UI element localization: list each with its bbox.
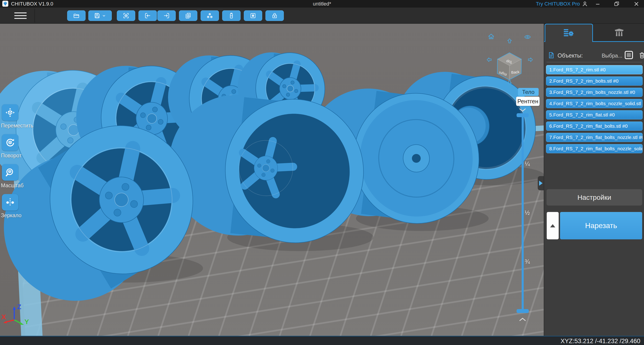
object-list-item[interactable]: 5.Ford_RS_7_2_rim_flat.stl #0 <box>546 110 642 119</box>
object-list-item[interactable]: 1.Ford_RS_7_2_rim.stl #0 <box>546 65 642 74</box>
tool-label: Переместить <box>1 123 36 129</box>
tool-button-rotate[interactable] <box>2 134 18 151</box>
toolbar-button-tank[interactable] <box>244 10 262 21</box>
view-cube[interactable]: Top Right Back <box>497 53 522 80</box>
save-icon <box>94 12 100 19</box>
toolbar-divider <box>34 9 35 23</box>
app-logo-icon <box>2 1 8 7</box>
select-all-checkbox[interactable] <box>625 51 633 59</box>
auto-layout-icon <box>206 12 213 19</box>
triangle-up-icon <box>550 224 555 227</box>
toolbar-button-resin-bottle[interactable] <box>222 10 240 21</box>
redo-icon <box>163 12 170 19</box>
minimize-button[interactable] <box>594 1 602 7</box>
restore-button[interactable] <box>613 1 620 7</box>
tab-print-settings[interactable] <box>545 24 593 42</box>
object-list-item[interactable]: 7.Ford_RS_7_2_rim_flat_bolts_nozzle.stl … <box>546 133 642 142</box>
menu-hamburger-icon[interactable] <box>14 11 27 20</box>
delete-trash-icon[interactable] <box>638 51 644 59</box>
object-list: 1.Ford_RS_7_2_rim.stl #02.Ford_RS_7_2_ri… <box>546 65 642 155</box>
toolbar-button-capture[interactable] <box>117 10 135 21</box>
slider-mark-three-quarter: ¾ <box>525 258 534 265</box>
render-mode-body-button[interactable]: Тело <box>518 88 539 96</box>
rotate-up-arrow-icon[interactable] <box>508 39 512 43</box>
settings-list-icon <box>563 27 575 39</box>
try-pro-link[interactable]: Try CHITUBOX Pro <box>536 1 580 7</box>
tool-button-move[interactable] <box>2 104 18 121</box>
right-panel: Объекты: Выбра... 1.Ford_RS_7_2_rim.stl … <box>544 24 644 336</box>
tool-label: Поворот <box>1 153 36 159</box>
object-list-item[interactable]: 8.Ford_RS_7_2_rim_flat_bolts_nozzle_soli… <box>546 144 642 153</box>
rotate-right-arrow-icon[interactable] <box>528 58 532 62</box>
slider-top-handle[interactable] <box>516 113 529 117</box>
resin-bottle-icon <box>228 12 235 19</box>
slice-button[interactable]: Нарезать <box>560 212 642 239</box>
chevron-right-icon <box>539 181 542 186</box>
toolbar-button-copy[interactable] <box>179 10 197 21</box>
viewport-3d[interactable]: ZXY ПереместитьПоворотМасштабЗеркало T <box>0 24 544 336</box>
checkbox-fill <box>627 53 631 57</box>
copy-icon <box>185 12 192 19</box>
mirror-icon <box>5 197 15 207</box>
toolbar-button-undo[interactable] <box>138 10 157 21</box>
tool-label: Зеркало <box>1 212 36 219</box>
tool-rotate: Поворот <box>1 134 36 159</box>
slider-mark-half: ½ <box>525 209 534 217</box>
toolbar-button-open-file[interactable] <box>67 10 86 21</box>
title-bar: CHITUBOX V1.9.0 untitled* Try CHITUBOX P… <box>0 0 644 8</box>
document-icon <box>548 51 555 59</box>
objects-header: Объекты: Выбра... <box>544 50 644 62</box>
slider-step-up-icon[interactable] <box>519 108 526 113</box>
capture-icon <box>122 12 130 19</box>
object-list-item[interactable]: 6.Ford_RS_7_2_rim_flat_bolts.stl #0 <box>546 122 642 131</box>
toolbar-button-lock[interactable] <box>266 10 284 21</box>
select-all-label: Выбра... <box>602 53 622 59</box>
render-mode-xray-button[interactable]: Рентген <box>516 97 540 106</box>
layer-preview-slider[interactable] <box>522 115 524 311</box>
toolbar-button-redo[interactable] <box>157 10 176 21</box>
tab-supports[interactable] <box>594 24 644 41</box>
perspective-eye-icon[interactable] <box>525 36 530 39</box>
object-list-item[interactable]: 4.Ford_RS_7_2_rim_bolts_nozzle_solid.stl… <box>546 99 642 108</box>
view-cube-widget[interactable]: Top Right Back <box>485 32 534 86</box>
axis-label-z: Z <box>17 303 21 310</box>
object-list-item[interactable]: 3.Ford_RS_7_2_rim_bolts_nozzle.stl #0 <box>546 88 642 97</box>
build-plate-scene: ZXY <box>0 24 544 336</box>
chevron-down-icon[interactable] <box>102 13 106 18</box>
toolbar-button-auto-layout[interactable] <box>200 10 219 21</box>
toolbar-button-save[interactable] <box>88 10 112 21</box>
objects-separator <box>546 62 642 62</box>
tool-button-scale[interactable] <box>2 164 18 181</box>
scale-icon <box>5 167 15 177</box>
tool-mirror: Зеркало <box>1 194 36 219</box>
tool-move: Переместить <box>1 104 36 129</box>
supports-icon <box>613 27 625 39</box>
undo-icon <box>144 12 151 19</box>
panel-tab-strip <box>544 24 644 42</box>
tool-label: Масштаб <box>1 183 36 189</box>
slider-mark-quarter: ¼ <box>525 160 534 168</box>
slider-step-down-icon[interactable] <box>519 317 526 322</box>
settings-button[interactable]: Настройки <box>546 189 642 206</box>
cursor-coordinates: XYZ:53.212 /-41.232 /29.460 <box>560 338 640 345</box>
home-view-icon[interactable] <box>488 34 494 39</box>
account-icon[interactable] <box>582 1 588 7</box>
move-icon <box>5 108 15 118</box>
open-file-icon <box>73 12 80 19</box>
slider-bottom-handle[interactable] <box>516 309 529 313</box>
object-list-item[interactable]: 2.Ford_RS_7_2_rim_bolts.stl #0 <box>546 76 642 86</box>
tank-icon <box>250 12 256 19</box>
rotate-down-arrow-icon[interactable] <box>508 81 512 85</box>
tool-button-mirror[interactable] <box>2 194 18 211</box>
tool-scale: Масштаб <box>1 164 36 189</box>
panel-collapse-handle[interactable] <box>538 176 544 190</box>
objects-label: Объекты: <box>558 52 583 59</box>
status-bar: XYZ:53.212 /-41.232 /29.460 <box>0 336 644 345</box>
slice-options-button[interactable] <box>547 212 559 239</box>
rotate-left-arrow-icon[interactable] <box>487 58 491 62</box>
axis-label-x: X <box>2 313 6 320</box>
rotate-icon <box>5 137 15 148</box>
close-button[interactable] <box>633 1 640 7</box>
axis-label-y: Y <box>24 318 29 325</box>
main-toolbar <box>0 8 644 24</box>
